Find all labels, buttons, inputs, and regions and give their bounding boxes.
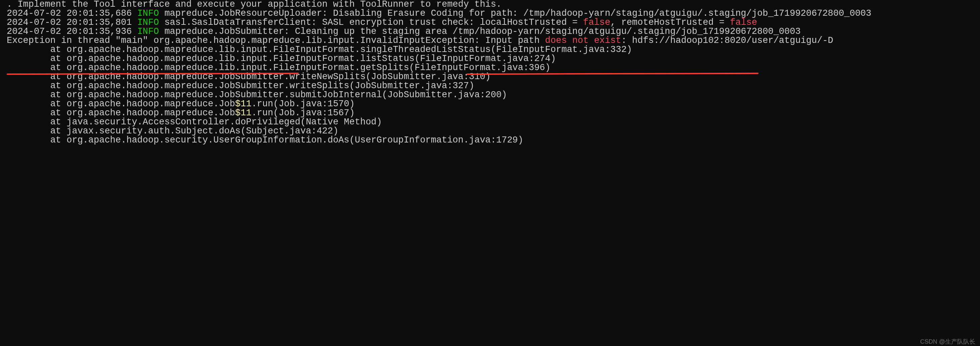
log-text: at org.apache.hadoop.mapreduce.Job [7, 99, 235, 109]
log-text: at org.apache.hadoop.mapreduce.lib.input… [7, 44, 632, 55]
log-line: at org.apache.hadoop.mapreduce.Job$11.ru… [7, 100, 973, 109]
log-text: at org.apache.hadoop.security.UserGroupI… [7, 135, 523, 145]
log-text: at org.apache.hadoop.mapreduce.lib.input… [7, 54, 556, 64]
log-line: at org.apache.hadoop.mapreduce.Job$11.ru… [7, 109, 973, 118]
log-info-text: INFO [137, 27, 159, 37]
log-text: at org.apache.hadoop.mapreduce.JobSubmit… [7, 81, 474, 91]
log-text: , remoteHostTrusted = [611, 17, 730, 27]
log-text: at java.security.AccessController.doPriv… [7, 117, 382, 127]
log-text: .run(Job.java:1570) [251, 99, 355, 109]
terminal-output: . Implement the Tool interface and execu… [0, 0, 980, 145]
log-text: .run(Job.java:1567) [251, 108, 355, 118]
log-text: mapreduce.JobSubmitter: Cleaning up the … [159, 27, 801, 37]
log-line: 2024-07-02 20:01:35,801 INFO sasl.SaslDa… [7, 18, 973, 27]
log-text: 2024-07-02 20:01:35,686 [7, 8, 137, 18]
log-line: at org.apache.hadoop.mapreduce.JobSubmit… [7, 81, 973, 90]
log-line: at org.apache.hadoop.mapreduce.JobSubmit… [7, 90, 973, 100]
log-text: at javax.security.auth.Subject.doAs(Subj… [7, 126, 338, 136]
log-text: . Implement the Tool interface and execu… [7, 0, 501, 10]
log-text: mapreduce.JobResourceUploader: Disabling… [159, 8, 872, 18]
log-line: at org.apache.hadoop.mapreduce.lib.input… [7, 54, 973, 63]
log-text: 2024-07-02 20:01:35,936 [7, 27, 137, 37]
watermark-text: CSDN @生产队队长 [920, 339, 975, 344]
log-line: at javax.security.auth.Subject.doAs(Subj… [7, 127, 973, 136]
log-text: Exception in thread "main" org.apache.ha… [7, 35, 545, 46]
log-line: at org.apache.hadoop.mapreduce.lib.input… [7, 63, 973, 72]
log-text: 2024-07-02 20:01:35,801 [7, 17, 137, 27]
log-text: sasl.SaslDataTransferClient: SASL encryp… [159, 17, 583, 27]
log-text: at org.apache.hadoop.mapreduce.Job [7, 108, 235, 118]
log-info-text: INFO [137, 17, 159, 27]
log-num-text: $11 [235, 99, 252, 109]
log-error-text: does not exist [545, 35, 621, 46]
log-text: at org.apache.hadoop.mapreduce.JobSubmit… [7, 90, 507, 100]
log-line: Exception in thread "main" org.apache.ha… [7, 36, 973, 45]
log-error-text: false [583, 17, 611, 27]
log-line: . Implement the Tool interface and execu… [7, 0, 973, 9]
log-num-text: $11 [235, 108, 252, 118]
log-line: 2024-07-02 20:01:35,936 INFO mapreduce.J… [7, 27, 973, 36]
log-line: at java.security.AccessController.doPriv… [7, 118, 973, 127]
log-text: at org.apache.hadoop.mapreduce.lib.input… [7, 63, 550, 73]
log-error-text: false [730, 17, 757, 27]
log-info-text: INFO [137, 8, 159, 18]
log-line: at org.apache.hadoop.security.UserGroupI… [7, 136, 973, 145]
log-line: 2024-07-02 20:01:35,686 INFO mapreduce.J… [7, 9, 973, 18]
log-line: at org.apache.hadoop.mapreduce.lib.input… [7, 45, 973, 54]
log-text: : hdfs://hadoop102:8020/user/atguigu/-D [621, 35, 833, 46]
